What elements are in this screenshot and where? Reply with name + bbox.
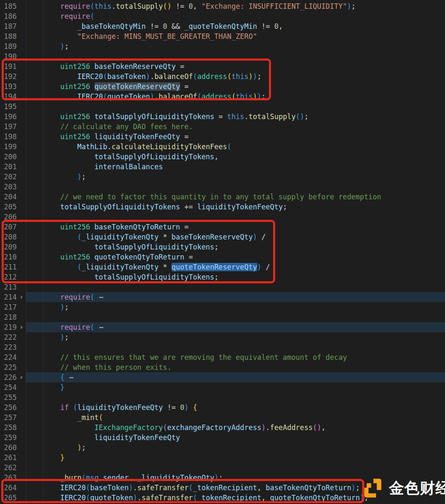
code-text[interactable]: "Exchange: MINS_MUST_BE_GREATER_THAN_ZER…: [26, 31, 445, 41]
code-token: (: [82, 473, 86, 482]
code-text[interactable]: [26, 463, 445, 473]
gutter-spacer: [17, 11, 26, 21]
code-text[interactable]: // we need to factor this quantity in to…: [26, 192, 445, 202]
code-token: this: [95, 2, 112, 10]
code-text[interactable]: uint256 liquidityTokenFeeQty =: [26, 132, 445, 142]
code-text[interactable]: totalSupplyOfLiquidityTokens += liquidit…: [26, 202, 445, 212]
code-token: .: [107, 143, 111, 151]
code-token: ,: [261, 494, 270, 502]
line-number: 201: [0, 162, 17, 172]
code-text[interactable]: uint256 quoteTokenQtyToReturn =: [26, 252, 445, 262]
code-text[interactable]: _baseTokenQtyMin != 0 && _quoteTokenQtyM…: [26, 21, 445, 31]
code-text[interactable]: (_liquidityTokenQty * quoteTokenReserveQ…: [26, 262, 445, 272]
code-text[interactable]: );: [26, 41, 445, 51]
code-text[interactable]: require( ⋯: [26, 292, 445, 302]
line-number: 217: [0, 302, 17, 312]
code-token: =: [180, 82, 189, 91]
code-text[interactable]: if (liquidityTokenFeeQty != 0) {: [26, 402, 445, 412]
code-token: !=: [146, 22, 163, 31]
line-number: 199: [0, 142, 17, 152]
code-token: {: [60, 373, 64, 382]
code-token: ): [60, 42, 64, 51]
code-line: 217 );: [0, 302, 445, 312]
code-text[interactable]: [26, 282, 445, 292]
fold-chevron-icon[interactable]: ›: [17, 322, 26, 332]
code-line: 211 (_liquidityTokenQty * quoteTokenRese…: [0, 262, 445, 272]
code-text[interactable]: uint256 baseTokenQtyToReturn =: [26, 222, 445, 232]
code-text[interactable]: // this ensures that we are removing the…: [26, 352, 445, 362]
watermark-text: 金色财经: [389, 478, 445, 499]
code-line: 201 internalBalances: [0, 162, 445, 172]
code-text[interactable]: }: [26, 382, 445, 392]
code-token: (): [296, 112, 304, 121]
code-text[interactable]: [26, 342, 445, 352]
code-token: address: [202, 92, 232, 101]
code-text[interactable]: totalSupplyOfLiquidityTokens;: [26, 242, 445, 252]
code-line: 200 totalSupplyOfLiquidityTokens,: [0, 152, 445, 162]
gutter-spacer: [17, 112, 26, 122]
code-text[interactable]: );: [26, 332, 445, 342]
code-token: (: [189, 484, 193, 492]
code-line: 212 totalSupplyOfLiquidityTokens;: [0, 272, 445, 282]
code-token: 0: [189, 2, 193, 10]
code-token: .: [266, 423, 270, 432]
code-text[interactable]: [26, 182, 445, 192]
line-number: 192: [0, 71, 17, 81]
code-token: internalBalances: [95, 163, 163, 171]
code-text[interactable]: uint256 baseTokenReserveQty =: [26, 61, 445, 71]
code-token: ;: [283, 203, 287, 211]
code-editor[interactable]: 185 require(this.totalSupply() != 0, "Ex…: [0, 0, 445, 504]
code-text[interactable]: totalSupplyOfLiquidityTokens;: [26, 272, 445, 282]
code-text[interactable]: IExchangeFactory(exchangeFactoryAddress)…: [26, 423, 445, 433]
code-line: 196 uint256 totalSupplyOfLiquidityTokens…: [0, 112, 445, 122]
code-token: "Exchange: MINS_MUST_BE_GREATER_THAN_ZER…: [77, 32, 257, 41]
code-token: quoteTokenQtyToReturn: [270, 494, 360, 502]
code-text[interactable]: MathLib.calculateLiquidityTokenFees(: [26, 142, 445, 152]
code-text[interactable]: totalSupplyOfLiquidityTokens,: [26, 152, 445, 162]
code-text[interactable]: );: [26, 302, 445, 312]
code-text[interactable]: uint256 totalSupplyOfLiquidityTokens = t…: [26, 112, 445, 122]
code-text[interactable]: _mint(: [26, 412, 445, 423]
code-text[interactable]: IERC20(quoteToken).balanceOf(address(thi…: [26, 92, 445, 102]
code-text[interactable]: { ⋯: [26, 372, 445, 382]
code-token: ,: [321, 423, 325, 432]
code-token: (: [197, 92, 201, 101]
line-number: 190: [0, 51, 17, 61]
gutter-spacer: [17, 222, 26, 232]
line-number: 218: [0, 312, 17, 322]
code-text[interactable]: [26, 102, 445, 112]
code-text[interactable]: }: [26, 453, 445, 463]
code-line: 256 if (liquidityTokenFeeQty != 0) {: [0, 402, 445, 412]
code-token: totalSupply: [116, 2, 163, 10]
code-text[interactable]: internalBalances: [26, 162, 445, 172]
code-token: ,: [257, 484, 266, 492]
fold-chevron-icon[interactable]: ›: [17, 292, 26, 302]
code-text[interactable]: uint256 quoteTokenReserveQty =: [26, 81, 445, 92]
code-text[interactable]: require( ⋯: [26, 322, 445, 332]
code-text[interactable]: // when this person exits.: [26, 362, 445, 372]
code-text[interactable]: // calculate any DAO fees here.: [26, 122, 445, 132]
code-text[interactable]: [26, 312, 445, 322]
code-text[interactable]: );: [26, 443, 445, 453]
code-text[interactable]: liquidityTokenFeeQty: [26, 433, 445, 443]
code-line: 189 );: [0, 41, 445, 51]
code-text[interactable]: (_liquidityTokenQty * baseTokenReserveQt…: [26, 232, 445, 242]
code-token: ⋯: [64, 373, 79, 382]
code-token: ): [77, 443, 82, 452]
code-text[interactable]: IERC20(baseToken).balanceOf(address(this…: [26, 71, 445, 81]
code-token: (: [231, 92, 235, 101]
code-text[interactable]: );: [26, 172, 445, 182]
code-token: (: [90, 2, 95, 10]
code-token: .: [150, 72, 154, 81]
code-token: *: [159, 233, 171, 241]
code-text[interactable]: require(: [26, 11, 445, 21]
code-token: (: [77, 263, 82, 271]
code-token: +=: [180, 203, 197, 211]
fold-chevron-icon[interactable]: ›: [17, 372, 26, 382]
code-token: ;: [82, 173, 86, 181]
code-text[interactable]: require(this.totalSupply() != 0, "Exchan…: [26, 1, 445, 11]
code-text[interactable]: [26, 51, 445, 61]
gutter-spacer: [17, 412, 26, 423]
code-text[interactable]: [26, 212, 445, 222]
code-text[interactable]: [26, 392, 445, 402]
